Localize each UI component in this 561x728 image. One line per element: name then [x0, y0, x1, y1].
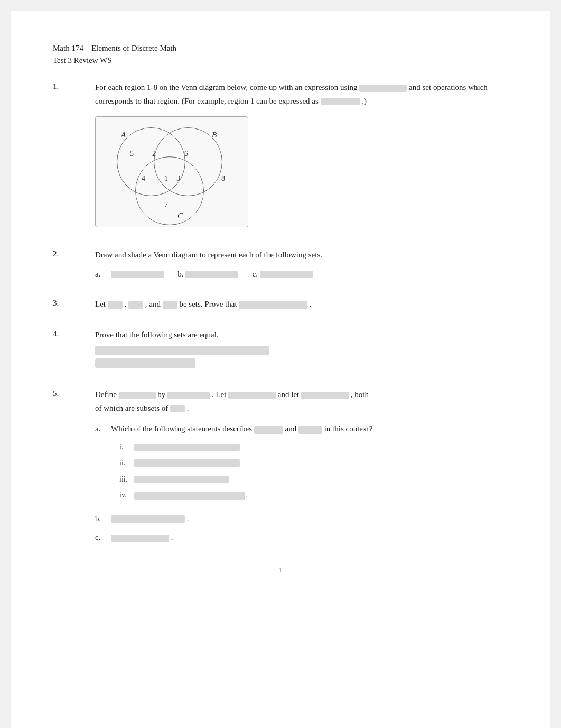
option-ii-marker: ii.	[119, 456, 134, 471]
redacted-5-rule	[167, 392, 210, 399]
sub-2c-label-inline: c.	[253, 270, 260, 278]
page-number: 1	[279, 566, 283, 574]
problem-5b: b. .	[95, 512, 508, 526]
problem-5-period: .	[187, 404, 189, 412]
redacted-2a	[111, 271, 164, 278]
redacted-opt-i	[134, 444, 240, 451]
sub-5b-content: .	[111, 512, 508, 526]
sub-5c-content: .	[111, 531, 508, 545]
venn-num-5: 5	[130, 148, 134, 160]
redacted-example	[321, 98, 360, 105]
problem-5-number: 5.	[53, 388, 95, 398]
problem-1-number: 1.	[53, 81, 95, 91]
problem-4-content: Prove that the following sets are equal.	[95, 328, 508, 372]
venn-num-7: 7	[164, 199, 168, 211]
redacted-opt-iii	[134, 476, 229, 483]
redacted-5-set1	[228, 392, 276, 399]
option-i-marker: i.	[119, 440, 134, 455]
problem-5a: a. Which of the following statements des…	[95, 422, 508, 507]
problem-3-content: Let , , and be sets. Prove that .	[95, 298, 508, 311]
sub-5b-label: b.	[95, 512, 111, 526]
venn-diagram: A B C 1 2 3 4 5 6 7 8	[95, 116, 248, 227]
problem-5-and-let: and let	[278, 390, 301, 399]
sub-5a-label: a.	[95, 422, 111, 436]
option-ii: ii.	[119, 456, 508, 471]
problem-1-end: .)	[362, 97, 367, 105]
problem-3-period: .	[310, 300, 312, 308]
venn-num-3: 3	[176, 172, 180, 185]
problem-3-let: Let	[95, 300, 108, 308]
problem-5-by: by	[157, 390, 167, 399]
problem-4-equation-block	[95, 346, 508, 368]
course-title: Math 174 – Elements of Discrete Math	[53, 42, 508, 54]
redacted-3-statement	[239, 301, 307, 309]
sub-5c-label: c.	[95, 531, 111, 545]
redacted-4-line2	[95, 358, 195, 368]
redacted-5a-term2	[298, 426, 322, 434]
redacted-5c	[111, 535, 169, 542]
option-iii-marker: iii.	[119, 473, 134, 487]
venn-num-2: 2	[152, 148, 156, 160]
redacted-3-set3	[163, 301, 177, 309]
problem-1-and: and	[409, 83, 422, 91]
sub-5a-and: and	[285, 425, 298, 433]
venn-num-1: 1	[164, 172, 168, 185]
sub-5a-content: Which of the following statements descri…	[111, 422, 508, 507]
venn-circle-c	[135, 156, 204, 225]
problem-5-define: Define	[95, 390, 119, 399]
option-iv-marker: iv.	[119, 489, 134, 503]
redacted-5-func	[119, 392, 156, 399]
redacted-opt-ii	[134, 459, 240, 467]
problem-2-text: Draw and shade a Venn diagram to represe…	[95, 251, 322, 259]
options-list: i. ii. iii. iv.	[119, 440, 508, 503]
problem-3: 3. Let , , and be sets. Prove that .	[53, 298, 508, 311]
problem-1-content: For each region 1-8 on the Venn diagram …	[95, 81, 508, 232]
page-header: Math 174 – Elements of Discrete Math Tes…	[53, 42, 508, 66]
page: Math 174 – Elements of Discrete Math Tes…	[11, 11, 550, 728]
sub-5c-period: .	[171, 533, 173, 541]
venn-label-b: B	[212, 128, 217, 142]
sub-5a-text-after: in this context?	[324, 425, 373, 433]
option-i: i.	[119, 440, 508, 455]
redacted-expression-hint	[359, 85, 407, 92]
problem-1-text-before: For each region 1-8 on the Venn diagram …	[95, 83, 359, 91]
sub-2a-content: b. c.	[111, 268, 508, 281]
sub-2b-label-inline: b.	[177, 270, 185, 278]
problem-5-content: Define by . Let and let , bothof which a…	[95, 388, 508, 545]
problem-2-content: Draw and shade a Venn diagram to represe…	[95, 248, 508, 281]
problem-3-number: 3.	[53, 298, 95, 308]
option-iii: iii.	[119, 473, 508, 487]
venn-num-8: 8	[221, 172, 225, 185]
sub-2a-label: a.	[95, 268, 111, 281]
redacted-3-set1	[108, 301, 123, 309]
sub-5b-period: .	[187, 514, 189, 523]
option-iv: iv. .	[119, 489, 508, 503]
venn-num-6: 6	[184, 148, 188, 160]
venn-num-4: 4	[142, 172, 145, 185]
problem-5: 5. Define by . Let and let , bothof whic…	[53, 388, 508, 545]
redacted-5-superset	[170, 405, 185, 412]
problem-3-and: , and	[145, 300, 163, 308]
page-footer: 1	[53, 566, 508, 574]
problem-4-number: 4.	[53, 328, 95, 338]
redacted-4-line1	[95, 346, 269, 355]
problem-2: 2. Draw and shade a Venn diagram to repr…	[53, 248, 508, 281]
redacted-2c	[260, 271, 313, 278]
redacted-5-set2	[301, 392, 349, 399]
sub-5a-text-before: Which of the following statements descri…	[111, 425, 254, 433]
problem-3-text: be sets. Prove that	[179, 300, 239, 308]
redacted-opt-iv	[134, 492, 245, 500]
option-iv-period: .	[245, 489, 247, 503]
redacted-5b	[111, 515, 185, 523]
problem-5c: c. .	[95, 531, 508, 545]
redacted-5a-term1	[254, 426, 283, 434]
redacted-2b	[185, 271, 238, 278]
problem-2-subs: a. b. c.	[95, 268, 508, 281]
problem-3-comma1: ,	[125, 300, 129, 308]
problem-5-let: . Let	[212, 390, 228, 399]
problem-1: 1. For each region 1-8 on the Venn diagr…	[53, 81, 508, 232]
venn-label-a: A	[121, 128, 126, 142]
worksheet-title: Test 3 Review WS	[53, 54, 508, 67]
redacted-3-set2	[128, 301, 143, 309]
problem-4: 4. Prove that the following sets are equ…	[53, 328, 508, 372]
